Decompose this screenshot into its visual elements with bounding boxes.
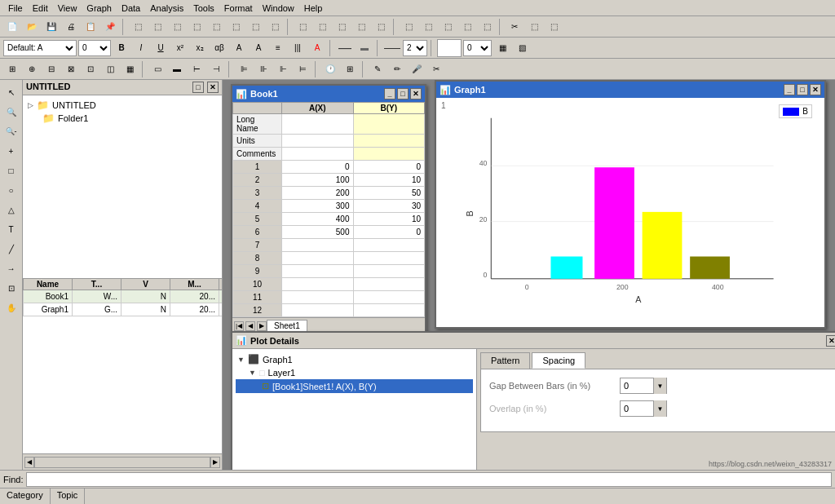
longname-b[interactable] xyxy=(353,114,425,135)
graph1-close[interactable]: ✕ xyxy=(810,84,821,95)
font-size-select[interactable]: 0 xyxy=(78,40,111,56)
bold-btn[interactable]: B xyxy=(113,39,130,57)
row12-b[interactable] xyxy=(353,304,425,317)
tb2-7[interactable]: ⬚ xyxy=(246,18,264,36)
subscript-btn[interactable]: x₂ xyxy=(191,39,209,57)
topic-tab[interactable]: Topic xyxy=(51,489,86,504)
menu-file[interactable]: File xyxy=(3,2,28,15)
row7-b[interactable] xyxy=(353,239,425,252)
tb3-5[interactable]: ⬚ xyxy=(372,18,390,36)
tb4-1[interactable]: ⬚ xyxy=(400,18,418,36)
tb2-1[interactable]: ⬚ xyxy=(129,18,147,36)
row8-b[interactable] xyxy=(353,252,425,265)
row7-a[interactable] xyxy=(282,239,354,252)
table-row[interactable]: Book1 W... N 20... 2... xyxy=(24,290,223,303)
row4-a[interactable]: 300 xyxy=(282,200,354,213)
print-btn[interactable]: 🖨 xyxy=(62,18,80,36)
tb2-8[interactable]: ⬚ xyxy=(266,18,284,36)
tool11[interactable]: ⊣ xyxy=(207,60,225,78)
row2-a[interactable]: 100 xyxy=(282,174,354,187)
draw-rect[interactable]: □ xyxy=(2,161,20,179)
copy-btn[interactable]: 📋 xyxy=(82,18,99,36)
open-btn[interactable]: 📂 xyxy=(23,18,41,36)
menu-tools[interactable]: Tools xyxy=(188,2,219,15)
menu-format[interactable]: Format xyxy=(219,2,258,15)
tb-alpha[interactable]: αβ xyxy=(210,39,228,57)
row9-b[interactable] xyxy=(353,265,425,278)
superscript-btn[interactable]: x² xyxy=(171,39,189,57)
tb2-4[interactable]: ⬚ xyxy=(188,18,205,36)
tool17[interactable]: ⊞ xyxy=(341,60,359,78)
font-family-select[interactable]: Default: A xyxy=(3,40,77,56)
gap-dropdown-arrow[interactable]: ▼ xyxy=(653,378,666,394)
col-b-header[interactable]: B(Y) xyxy=(353,103,425,114)
row3-a[interactable]: 200 xyxy=(282,187,354,200)
sheet-first[interactable]: |◀ xyxy=(234,321,244,331)
row10-a[interactable] xyxy=(282,278,354,291)
tb3-3[interactable]: ⬚ xyxy=(333,18,351,36)
tb3-2[interactable]: ⬚ xyxy=(313,18,331,36)
line-style[interactable]: —— xyxy=(383,39,401,57)
pan-tool[interactable]: ✋ xyxy=(2,298,20,316)
tb5-1[interactable]: ⬚ xyxy=(525,18,543,36)
row1-a[interactable]: 0 xyxy=(282,161,354,174)
menu-view[interactable]: View xyxy=(53,2,82,15)
tool13[interactable]: ⊪ xyxy=(254,60,272,78)
overlap-dropdown[interactable]: 0 ▼ xyxy=(620,400,667,417)
tb4-3[interactable]: ⬚ xyxy=(439,18,457,36)
tool5[interactable]: ⊡ xyxy=(82,60,99,78)
tool20[interactable]: 🎤 xyxy=(408,60,426,78)
fill-pattern[interactable] xyxy=(437,39,462,57)
plot-close[interactable]: ✕ xyxy=(826,335,835,347)
book1-close[interactable]: ✕ xyxy=(410,88,422,99)
row12-a[interactable] xyxy=(282,304,354,317)
tb4-5[interactable]: ⬚ xyxy=(478,18,496,36)
comments-b[interactable] xyxy=(353,148,425,161)
gap-dropdown[interactable]: 0 ▼ xyxy=(620,378,667,394)
units-a[interactable] xyxy=(282,135,354,148)
sheet1-tab[interactable]: Sheet1 xyxy=(267,320,307,332)
tool12[interactable]: ⊫ xyxy=(235,60,253,78)
tb2-3[interactable]: ⬚ xyxy=(168,18,186,36)
menu-data[interactable]: Data xyxy=(117,2,145,15)
row11-b[interactable] xyxy=(353,291,425,304)
tool7[interactable]: ▦ xyxy=(121,60,139,78)
arrow-draw[interactable]: → xyxy=(2,259,20,277)
row6-b[interactable]: 0 xyxy=(353,226,425,239)
align-right[interactable]: ||| xyxy=(289,39,307,57)
pattern-btn2[interactable]: ▧ xyxy=(513,39,531,57)
book1-minimize[interactable]: _ xyxy=(384,88,395,99)
tb2-6[interactable]: ⬚ xyxy=(227,18,245,36)
italic-btn[interactable]: I xyxy=(132,39,150,57)
comments-a[interactable] xyxy=(282,148,354,161)
tab-pattern[interactable]: Pattern xyxy=(480,352,530,369)
explorer-maximize[interactable]: □ xyxy=(192,82,204,93)
tb3-1[interactable]: ⬚ xyxy=(294,18,311,36)
units-b[interactable] xyxy=(353,135,425,148)
row2-b[interactable]: 10 xyxy=(353,174,425,187)
tool21[interactable]: ✂ xyxy=(427,60,445,78)
tool18[interactable]: ✎ xyxy=(369,60,387,78)
new-btn[interactable]: 📄 xyxy=(3,18,21,36)
tree-folder1[interactable]: 📁 Folder1 xyxy=(26,112,219,125)
row9-a[interactable] xyxy=(282,265,354,278)
plot-tree-layer[interactable]: ▼ □ Layer1 xyxy=(236,366,473,379)
tb2-5[interactable]: ⬚ xyxy=(207,18,225,36)
row1-b[interactable]: 0 xyxy=(353,161,425,174)
font-color[interactable]: A xyxy=(308,39,326,57)
tb5-2[interactable]: ⬚ xyxy=(545,18,563,36)
zoom-in-tool[interactable]: 🔍 xyxy=(2,103,20,121)
arrow-tool[interactable]: ↖ xyxy=(2,83,20,101)
tb2-2[interactable]: ⬚ xyxy=(148,18,166,36)
longname-a[interactable] xyxy=(282,114,354,135)
tool6[interactable]: ◫ xyxy=(101,60,119,78)
draw-poly[interactable]: △ xyxy=(2,201,20,219)
line-width-select[interactable]: 2 xyxy=(403,40,427,56)
find-input[interactable] xyxy=(26,472,832,487)
zoom-out-tool[interactable]: 🔍- xyxy=(2,122,20,140)
col-a-header[interactable]: A(X) xyxy=(282,103,354,114)
tool2[interactable]: ⊕ xyxy=(23,60,41,78)
tb-A-small[interactable]: A xyxy=(250,39,267,57)
graph1-maximize[interactable]: □ xyxy=(797,84,808,95)
paste-btn[interactable]: 📌 xyxy=(101,18,119,36)
